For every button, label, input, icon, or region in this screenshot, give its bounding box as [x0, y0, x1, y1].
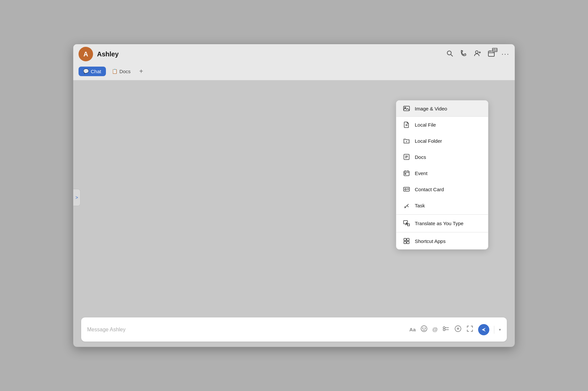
avatar: A	[79, 47, 93, 61]
menu-item-shortcut-apps-label: Shortcut Apps	[415, 238, 445, 244]
chat-tab-icon: 💬	[83, 69, 89, 74]
call-icon[interactable]	[460, 50, 467, 59]
svg-rect-9	[404, 106, 409, 111]
menu-item-contact-card-label: Contact Card	[415, 187, 444, 192]
send-button[interactable]	[478, 324, 489, 335]
calendar-badge: 18	[492, 48, 498, 52]
message-input-placeholder[interactable]: Message Ashley	[87, 327, 406, 333]
docs-tab-icon: 📋	[112, 69, 117, 74]
mention-icon[interactable]: @	[432, 326, 438, 333]
menu-item-image-video-label: Image & Video	[415, 106, 447, 111]
shortcut-apps-icon	[403, 238, 410, 244]
svg-line-1	[451, 54, 453, 56]
titlebar-top: A Ashley	[79, 44, 509, 64]
svg-rect-30	[404, 238, 406, 241]
menu-item-local-folder[interactable]: Local Folder	[396, 133, 488, 149]
svg-rect-23	[405, 173, 406, 174]
menu-item-task-label: Task	[415, 203, 425, 208]
user-name: Ashley	[97, 50, 119, 58]
svg-rect-33	[407, 241, 409, 244]
search-icon[interactable]	[446, 50, 453, 59]
menu-item-event[interactable]: Event	[396, 165, 488, 181]
svg-point-35	[422, 328, 423, 329]
image-video-icon	[403, 105, 410, 112]
titlebar: A Ashley	[73, 44, 515, 80]
tabs: 💬 Chat 📋 Docs +	[79, 64, 509, 78]
svg-point-38	[443, 329, 445, 331]
svg-point-0	[447, 51, 451, 55]
tab-chat-label: Chat	[91, 69, 101, 74]
bottom-bar: Message Ashley Aa @	[73, 315, 515, 347]
message-input-bar: Message Ashley Aa @	[81, 317, 507, 342]
main-window: A Ashley	[73, 44, 515, 347]
local-folder-icon	[403, 137, 410, 144]
menu-divider-2	[396, 232, 488, 232]
menu-divider-1	[396, 214, 488, 215]
svg-point-34	[421, 326, 427, 332]
chevron-right-icon: >	[75, 195, 78, 200]
sidebar-toggle-button[interactable]: >	[73, 189, 81, 206]
svg-point-36	[425, 328, 425, 329]
attachment-dropdown-menu: Image & Video Local File	[396, 100, 488, 250]
menu-item-local-file-label: Local File	[415, 122, 436, 128]
menu-item-contact-card[interactable]: Contact Card	[396, 181, 488, 197]
menu-item-shortcut-apps[interactable]: Shortcut Apps	[396, 233, 488, 249]
add-member-icon[interactable]	[474, 50, 481, 59]
menu-item-local-folder-label: Local Folder	[415, 138, 442, 144]
local-file-icon	[403, 121, 410, 128]
add-attachment-icon[interactable]	[454, 325, 462, 334]
event-icon	[403, 170, 410, 176]
docs-icon	[403, 154, 410, 160]
menu-item-task[interactable]: Task	[396, 197, 488, 214]
expand-icon[interactable]	[466, 325, 474, 334]
send-options-icon[interactable]: ▾	[499, 327, 501, 332]
menu-item-translate[interactable]: Translate as You Type	[396, 215, 488, 231]
menu-item-image-video[interactable]: Image & Video	[396, 101, 488, 117]
svg-point-25	[405, 189, 407, 190]
more-options-icon[interactable]: ···	[502, 50, 509, 58]
add-tab-button[interactable]: +	[137, 67, 146, 76]
menu-item-event-label: Event	[415, 170, 427, 176]
titlebar-left: A Ashley	[79, 47, 119, 61]
font-size-icon[interactable]: Aa	[409, 327, 416, 332]
emoji-icon[interactable]	[420, 325, 428, 334]
menu-item-docs[interactable]: Docs	[396, 149, 488, 165]
svg-rect-32	[404, 241, 406, 244]
contact-card-icon	[403, 186, 410, 193]
send-divider	[494, 326, 494, 334]
input-actions: Aa @	[409, 324, 501, 335]
tab-chat[interactable]: 💬 Chat	[79, 67, 106, 76]
menu-item-local-file[interactable]: Local File	[396, 117, 488, 133]
svg-point-37	[443, 327, 445, 329]
svg-point-2	[475, 51, 478, 53]
scissors-icon[interactable]	[442, 325, 450, 334]
svg-rect-31	[407, 238, 409, 241]
main-area: > Image & Video	[73, 80, 515, 315]
menu-item-translate-label: Translate as You Type	[415, 221, 464, 226]
translate-icon	[403, 220, 410, 226]
menu-item-docs-label: Docs	[415, 154, 426, 160]
titlebar-icons: 18 ···	[446, 50, 509, 59]
tab-docs[interactable]: 📋 Docs	[107, 67, 135, 76]
calendar-icon[interactable]: 18	[488, 50, 495, 59]
task-icon	[403, 202, 410, 209]
tab-docs-label: Docs	[119, 69, 131, 74]
